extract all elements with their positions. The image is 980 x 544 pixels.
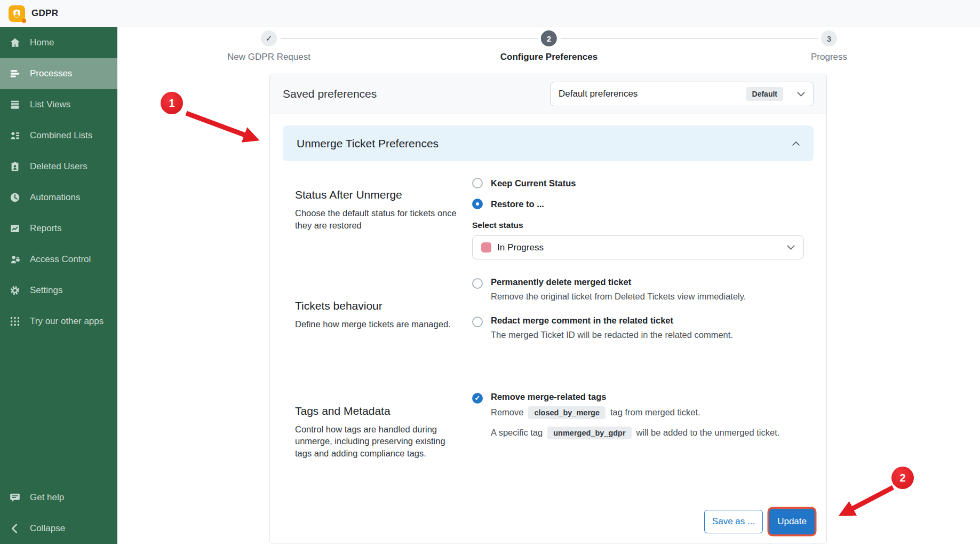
tag-line-prefix: A specific tag bbox=[491, 428, 543, 438]
step-check-icon: ✓ bbox=[261, 30, 277, 46]
section-description: Choose the default status for tickets on… bbox=[295, 207, 461, 232]
access-control-icon bbox=[9, 254, 21, 265]
step-number: 3 bbox=[821, 30, 837, 46]
section-title: Tags and Metadata bbox=[295, 405, 461, 417]
card-footer: Save as ... Update bbox=[704, 509, 815, 534]
sidebar-collapse-button[interactable]: Collapse bbox=[0, 513, 117, 544]
status-select-value: In Progress bbox=[497, 242, 781, 253]
top-bar: GDPR bbox=[0, 0, 980, 27]
section-heading-block: Tickets behaviour Define how merge ticke… bbox=[295, 277, 461, 354]
sidebar-item-list-views[interactable]: List Views bbox=[0, 89, 117, 120]
sidebar-item-deleted-users[interactable]: Deleted Users bbox=[0, 151, 117, 182]
status-select[interactable]: In Progress bbox=[472, 235, 804, 259]
radio-keep-current-status[interactable]: Keep Current Status bbox=[472, 178, 804, 188]
sidebar-item-get-help[interactable]: Get help bbox=[0, 482, 117, 513]
unmerged-by-gdpr-tag: unmerged_by_gdpr bbox=[547, 427, 631, 439]
closed-by-merge-tag: closed_by_merge bbox=[528, 406, 605, 419]
checkbox-unchecked-icon[interactable] bbox=[472, 278, 483, 289]
sidebar-item-label: Try our other apps bbox=[30, 316, 103, 327]
select-status-label: Select status bbox=[472, 220, 804, 230]
automations-icon bbox=[9, 192, 21, 203]
saved-preferences-dropdown[interactable]: Default preferences Default bbox=[550, 82, 814, 106]
checkbox-checked-icon[interactable]: ✓ bbox=[472, 393, 483, 404]
tag-line-suffix: will be added to the unmerged ticket. bbox=[636, 428, 780, 438]
sidebar-item-label: Automations bbox=[30, 192, 81, 203]
logo-notification-dot bbox=[22, 19, 26, 23]
saved-preferences-header: Saved preferences Default preferences De… bbox=[270, 74, 826, 114]
section-title: Tickets behaviour bbox=[295, 299, 461, 312]
step-configure-preferences[interactable]: 2 Configure Preferences bbox=[500, 30, 597, 62]
sidebar-item-reports[interactable]: Reports bbox=[0, 213, 117, 244]
tag-line-suffix: tag from merged ticket. bbox=[610, 407, 700, 417]
chevron-down-icon bbox=[787, 245, 795, 250]
section-controls: Permanently delete merged ticket Remove … bbox=[472, 277, 804, 354]
step-label: Configure Preferences bbox=[500, 52, 597, 62]
sidebar-item-combined-lists[interactable]: Combined Lists bbox=[0, 120, 117, 151]
app-title: GDPR bbox=[31, 8, 58, 19]
remove-tag-line: Remove closed_by_merge tag from merged t… bbox=[491, 406, 779, 419]
preferences-card: Saved preferences Default preferences De… bbox=[269, 74, 827, 543]
reports-icon bbox=[9, 223, 21, 234]
shield-person-icon bbox=[12, 9, 22, 19]
list-views-icon bbox=[9, 99, 21, 111]
tag-line-prefix: Remove bbox=[491, 407, 523, 417]
option-redact-merge-comment[interactable]: Redact merge comment in the related tick… bbox=[472, 316, 804, 341]
chevron-down-icon bbox=[797, 92, 805, 97]
radio-selected-icon[interactable] bbox=[472, 199, 483, 209]
step-label: New GDPR Request bbox=[227, 52, 310, 62]
sidebar-item-label: Settings bbox=[30, 285, 62, 296]
option-title: Redact merge comment in the related tick… bbox=[491, 316, 733, 326]
option-remove-merge-tags[interactable]: ✓ Remove merge-related tags Remove close… bbox=[472, 392, 804, 439]
option-text-block: Redact merge comment in the related tick… bbox=[491, 316, 733, 341]
save-as-button[interactable]: Save as ... bbox=[704, 510, 763, 533]
sidebar-item-try-other-apps[interactable]: Try our other apps bbox=[0, 306, 117, 337]
sidebar-item-label: Home bbox=[30, 37, 54, 48]
chat-help-icon bbox=[9, 492, 21, 503]
sidebar-item-automations[interactable]: Automations bbox=[0, 182, 117, 213]
step-new-gdpr-request[interactable]: ✓ New GDPR Request bbox=[227, 30, 310, 62]
section-controls: Keep Current Status Restore to ... Selec… bbox=[472, 178, 804, 259]
sidebar-item-label: Reports bbox=[30, 223, 62, 234]
radio-label: Restore to ... bbox=[491, 199, 544, 209]
sidebar-item-label: Processes bbox=[30, 68, 72, 79]
apps-grid-icon bbox=[9, 316, 21, 327]
sidebar-item-label: Combined Lists bbox=[30, 130, 92, 141]
stepper-connector bbox=[561, 38, 818, 39]
radio-unselected-icon[interactable] bbox=[472, 178, 483, 188]
add-tag-line: A specific tag unmerged_by_gdpr will be … bbox=[491, 427, 779, 439]
combined-lists-icon bbox=[9, 130, 21, 141]
option-text-block: Permanently delete merged ticket Remove … bbox=[491, 277, 746, 302]
dropdown-selected-value: Default preferences bbox=[559, 89, 746, 99]
update-button[interactable]: Update bbox=[769, 509, 815, 534]
status-after-unmerge-section: Status After Unmerge Choose the default … bbox=[295, 178, 804, 259]
checkbox-unchecked-icon[interactable] bbox=[472, 317, 483, 327]
option-title: Remove merge-related tags bbox=[491, 392, 779, 402]
step-label: Progress bbox=[811, 52, 847, 62]
sidebar-item-label: Access Control bbox=[30, 254, 91, 265]
option-permanently-delete[interactable]: Permanently delete merged ticket Remove … bbox=[472, 277, 804, 302]
option-description: The merged Ticket ID will be redacted in… bbox=[491, 329, 733, 341]
sidebar-footer: Get help Collapse bbox=[0, 482, 117, 544]
chevron-left-icon bbox=[9, 523, 21, 534]
unmerge-preferences-accordion[interactable]: Unmerge Ticket Preferences bbox=[283, 125, 814, 161]
step-number: 2 bbox=[541, 30, 557, 46]
gdpr-app-logo bbox=[9, 5, 25, 22]
sidebar-item-access-control[interactable]: Access Control bbox=[0, 244, 117, 275]
main-content: ✓ New GDPR Request 2 Configure Preferenc… bbox=[117, 27, 980, 544]
option-text-block: Remove merge-related tags Remove closed_… bbox=[491, 392, 779, 439]
status-color-swatch bbox=[481, 242, 491, 253]
option-title: Permanently delete merged ticket bbox=[491, 277, 746, 287]
radio-label: Keep Current Status bbox=[491, 178, 576, 188]
step-progress[interactable]: 3 Progress bbox=[811, 30, 847, 62]
stepper-connector bbox=[281, 38, 538, 39]
sidebar-item-label: Deleted Users bbox=[30, 161, 87, 172]
sidebar-item-label: Collapse bbox=[30, 523, 65, 534]
sidebar-item-processes[interactable]: Processes bbox=[0, 58, 117, 89]
wizard-stepper: ✓ New GDPR Request 2 Configure Preferenc… bbox=[117, 27, 980, 73]
sidebar-item-home[interactable]: Home bbox=[0, 27, 117, 58]
chevron-up-icon bbox=[792, 141, 800, 146]
sidebar-item-settings[interactable]: Settings bbox=[0, 275, 117, 306]
section-title: Status After Unmerge bbox=[295, 188, 461, 201]
preference-sections: Status After Unmerge Choose the default … bbox=[283, 161, 814, 460]
radio-restore-to[interactable]: Restore to ... bbox=[472, 199, 804, 209]
